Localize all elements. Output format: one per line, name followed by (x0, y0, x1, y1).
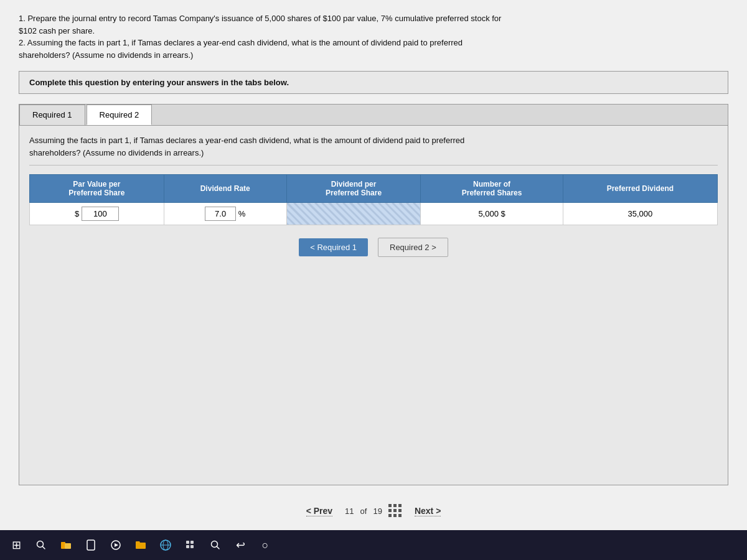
tabs-header: Required 1 Required 2 (19, 105, 728, 126)
dividend-rate-input[interactable] (205, 207, 236, 221)
svg-rect-11 (190, 541, 194, 544)
header-dividend-rate: Dividend Rate (164, 175, 286, 203)
grid-view-icon[interactable] (388, 504, 402, 518)
svg-rect-12 (186, 545, 189, 548)
next-button[interactable]: Next > (415, 506, 441, 516)
complete-box: Complete this question by entering your … (19, 71, 728, 94)
dividend-table: Par Value perPreferred Share Dividend Ra… (29, 174, 718, 225)
par-value-cell: $ (30, 203, 164, 225)
tablet-icon[interactable] (81, 535, 101, 555)
pagination-info: 11 of 19 (345, 504, 402, 518)
dividend-per-share-cell (286, 203, 421, 225)
search2-icon[interactable] (205, 535, 225, 555)
svg-line-1 (43, 547, 45, 549)
svg-line-15 (217, 547, 220, 549)
problem-line1: 1. Prepare the journal entry to record T… (19, 14, 501, 23)
preferred-dividend-cell: 35,000 (563, 203, 717, 225)
problem-line2: $102 cash per share. (19, 26, 95, 35)
media-button[interactable] (106, 535, 126, 555)
current-page: 11 (345, 506, 354, 516)
search-button[interactable] (31, 535, 51, 555)
prev-required-button[interactable]: < Required 1 (299, 238, 368, 256)
par-value-input[interactable] (82, 207, 119, 221)
svg-rect-2 (61, 542, 65, 549)
tabs-container: Required 1 Required 2 Assuming the facts… (19, 104, 728, 485)
tab-description: Assuming the facts in part 1, if Tamas d… (29, 134, 718, 166)
file-explorer-button[interactable] (56, 535, 76, 555)
tab-required2[interactable]: Required 2 (87, 105, 153, 125)
header-par-value: Par Value perPreferred Share (30, 175, 164, 203)
svg-rect-13 (190, 545, 194, 548)
header-preferred-dividend: Preferred Dividend (563, 175, 717, 203)
svg-marker-6 (115, 543, 118, 547)
dollar-sign1: $ (75, 209, 79, 218)
header-dividend-per-share: Dividend perPreferred Share (286, 175, 421, 203)
windows-button[interactable]: ⊞ (6, 535, 26, 555)
of-separator: of (360, 506, 367, 516)
taskbar: ⊞ (0, 530, 747, 560)
prev-button[interactable]: < Prev (306, 506, 332, 516)
problem-line4: shareholders? (Assume no dividends in ar… (19, 50, 193, 60)
preferred-dividend-value: 35,000 (627, 209, 652, 218)
tab-required1[interactable]: Required 1 (19, 105, 85, 125)
dollar-sign2: $ (501, 209, 505, 218)
shares-value: 5,000 (478, 209, 499, 218)
circle-icon[interactable]: ○ (255, 535, 275, 555)
tab-content: Assuming the facts in part 1, if Tamas d… (19, 126, 728, 266)
folder-button[interactable] (131, 535, 151, 555)
svg-rect-10 (186, 541, 189, 544)
total-pages: 19 (373, 506, 382, 516)
next-required-button[interactable]: Required 2 > (378, 238, 448, 257)
problem-line3: 2. Assuming the facts in part 1, if Tama… (19, 38, 463, 47)
browser-button[interactable] (156, 535, 176, 555)
problem-text: 1. Prepare the journal entry to record T… (19, 12, 728, 61)
percent-sign: % (238, 209, 246, 218)
table-row: $ % (30, 203, 718, 225)
svg-rect-4 (87, 540, 95, 550)
grid-app-icon[interactable] (181, 535, 200, 555)
number-of-shares-cell: 5,000 $ (421, 203, 563, 225)
dividend-rate-cell: % (164, 203, 286, 225)
svg-rect-3 (65, 543, 71, 549)
back-icon[interactable]: ↩ (230, 535, 250, 555)
nav-buttons: < Required 1 Required 2 > (29, 238, 718, 257)
header-number-of-shares: Number ofPreferred Shares (421, 175, 563, 203)
pagination: < Prev 11 of 19 Next > (19, 504, 728, 524)
